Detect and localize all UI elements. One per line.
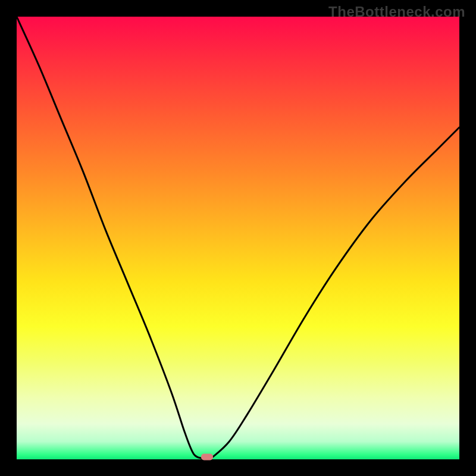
bottleneck-curve — [17, 17, 459, 459]
chart-gradient-background — [17, 17, 459, 459]
optimal-point-marker — [201, 454, 213, 461]
watermark-text: TheBottleneck.com — [328, 4, 465, 20]
